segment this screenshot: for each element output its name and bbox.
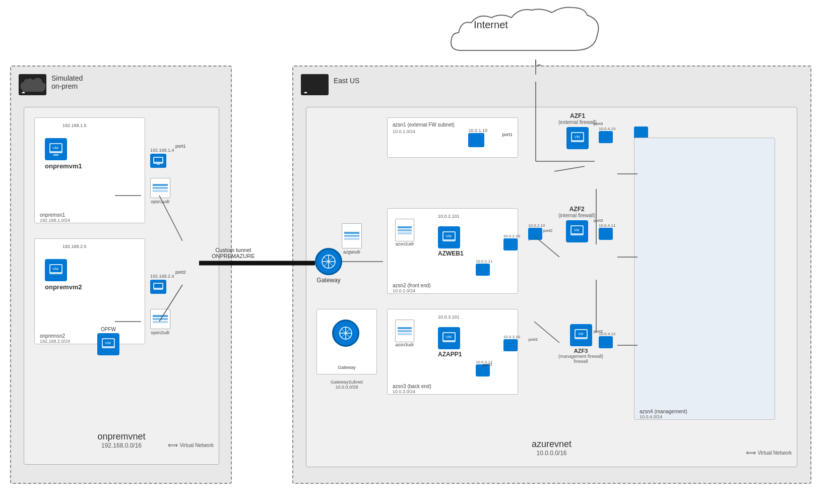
azgwudr-label: azgwudr [342,249,362,255]
onpremvm2-icon: VM [45,259,67,281]
azf3-port2-left-label: port2 [529,337,538,342]
opfw-label: OPFW [101,327,116,332]
svg-rect-21 [154,158,162,162]
cloud-svg [413,5,605,60]
azf1-azsn4-nic [634,127,648,139]
eastus-region-label: East US [334,77,359,85]
azsn2udr-icon [395,219,414,241]
azf2-icon: VM [566,220,588,242]
onpremvm1-nic-group: 192.168.1.4 [150,148,174,168]
svg-text:☁: ☁ [21,90,25,94]
onprem-region-label: Simulated on-prem [51,74,83,90]
azsn2-cidr: 10.0.2.0/24 [393,288,415,293]
opsn1udr-group: opsn1udr [150,178,170,204]
gateway-subnet-name: GatewaySubnet 10.0.0.0/28 [316,380,377,390]
azsn4-label: azsn4 (management) [640,409,687,414]
onpremsn1-box: 192.168.1.5 VM onpremvm1 onpremsn1 192.1… [34,117,145,223]
svg-text:VM: VM [575,135,580,139]
azsn1-box: azsn1 (external FW subnet) 10.0.1.0/24 1… [387,117,518,158]
azf1-icon: VM [566,127,589,149]
onpremsn2-label: onpremsn2 [40,333,65,339]
svg-text:VM: VM [446,234,452,238]
onpremvm1-icon: VM [45,138,67,160]
azapp1-label: AZAPP1 [438,351,462,358]
azsn3-box: azsn3 (back end) 10.0.3.0/24 azsn3udr 10… [387,309,518,395]
azf1-port3-group: 10.0.4.10 [599,127,615,143]
azweb1-icon: VM [438,226,460,248]
vm1-ip: 192.168.1.5 [62,123,87,128]
onpremvm2-nic-icon [150,280,166,294]
azf3-subtitle: (management firewall) [558,354,603,359]
azsn2-label: azsn2 (front end) [393,283,431,288]
azf2-port3-ip: 10.0.4.11 [599,223,615,228]
svg-text:VM: VM [52,146,58,150]
opsn1udr-icon [150,178,170,198]
azweb1-nic2-icon [503,238,518,250]
port2-label-onprem: port2 [175,270,186,275]
onpremvm1-nic-ip: 192.168.1.4 [150,148,174,153]
svg-rect-27 [154,284,162,288]
azf1-subtitle: (external firewall) [558,119,597,125]
azweb1-top-ip: 10.0.2.101 [438,214,460,219]
azf1-port1-ip: 10.0.1.10 [468,128,487,133]
azsn4-box: azsn4 (management) 10.0.4.0/24 [634,138,775,420]
azapp1-top-ip: 10.0.3.101 [438,314,460,320]
azf2-port2-left-group: 10.0.2.10 [528,223,545,240]
opsn2udr-icon [150,309,170,329]
azf2-port2-left-ip: 10.0.2.10 [528,223,545,228]
svg-text:VM: VM [52,267,58,271]
azf3-port2-label: port2 [594,329,603,334]
azf1-group: AZF1 (external firewall) VM [558,112,597,149]
azf3-icon: VM [570,324,592,346]
azsn2udr-label: azsn2udr [395,241,414,246]
gateway-subnet-box: Gateway [316,309,377,374]
port1-label-onprem: port1 [175,144,186,149]
azf2-port2-mid-label: port2 [543,228,552,233]
azweb1-nic2-ip: 10.0.2.10 [503,234,520,238]
azsn3udr-group: azsn3udr [395,320,414,347]
azapp1-nic2-ip: 10.0.3.10 [503,335,520,339]
azweb1-nic1-icon [476,264,490,276]
eastus-cloud-icon: ☁ [301,74,329,95]
onprem-region: ☁ Simulated on-prem 192.168.1.5 VM onpre… [10,66,232,484]
azgwudr-group: azgwudr [342,223,362,255]
svg-rect-18 [53,154,58,156]
azweb1-nic1-ip: 10.0.2.11 [476,259,492,264]
azsn1-nic-group: 10.0.1.10 [468,128,487,147]
azapp1-nic-right: 10.0.3.10 [503,335,520,351]
azweb1-nic-bottom: 10.0.2.11 [476,259,492,276]
azurevnet-box: Gateway GatewaySubnet 10.0.0.0/28 azgwud… [306,107,797,467]
gateway-icon [332,320,359,347]
svg-text:VM: VM [446,335,452,339]
azsn2udr-group: azsn2udr [395,219,414,246]
azf3-name: AZF3 [574,348,588,354]
azsn1-cidr: 10.0.1.0/24 [393,129,415,134]
onpremvm2-nic-group: 192.168.2.4 [150,274,174,294]
azweb1-nic-right: 10.0.2.10 [503,234,520,250]
azf2-subtitle: (internal firewall) [558,213,595,218]
azf2-port3-label: port3 [594,218,603,223]
azf2-group: AZF2 (internal firewall) VM [558,206,595,242]
azf3-port2-group: 10.0.4.12 [599,332,615,348]
azweb1-vm-group: VM AZWEB1 [438,226,464,257]
onpremsn1-cidr: 192.168.1.0/24 [40,218,70,223]
onprem-vnet-badge: ⟺ Virtual Network [168,441,214,449]
azweb1-label: AZWEB1 [438,250,464,257]
onpremsn2-box: 192.168.2.5 VM onpremvm2 onpremsn2 192.1… [34,238,145,344]
azsn2-box: azsn2 (front end) 10.0.2.0/24 azsn2udr 1… [387,208,518,294]
onpremvm2-label: onpremvm2 [45,283,82,291]
svg-text:☁: ☁ [303,90,307,94]
onpremsn2-cidr: 192.168.2.0/24 [40,339,70,344]
azf3-port2-nic-icon [599,336,613,348]
opfw-group: OPFW VM [97,327,119,355]
internet-cloud: Internet [413,5,605,61]
azf1-nic-icon [599,131,613,143]
vm2-ip: 192.168.2.5 [62,244,87,249]
svg-text:VM: VM [578,332,583,336]
svg-text:VM: VM [574,228,579,232]
azsn3udr-label: azsn3udr [395,342,414,347]
azf2-port3-nic-icon [599,228,613,240]
opsn2udr-label: opsn2udr [150,330,170,335]
azf2-left-nic-icon [528,228,542,240]
opfw-icon: VM [97,333,119,355]
